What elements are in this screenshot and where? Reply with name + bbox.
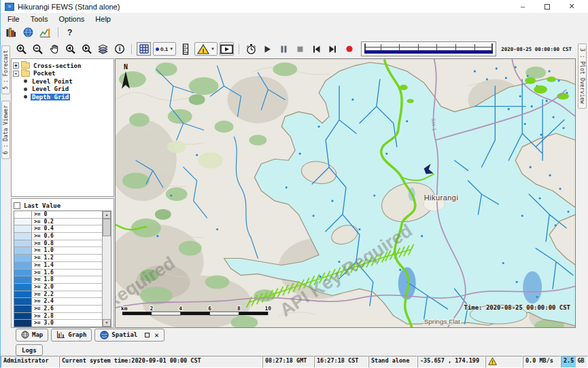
legend-swatch: [14, 262, 32, 270]
skip-back-icon: [312, 45, 322, 54]
legend-label: >= 1.6: [32, 270, 102, 277]
legend-label: >= 2.4: [32, 298, 102, 306]
vertical-profile-button[interactable]: [178, 42, 192, 56]
scroll-down-icon[interactable]: ▼: [103, 319, 111, 327]
warnings-dropdown[interactable]: !▼: [194, 42, 218, 56]
map-time-label: Time: 2020-08-25 00:00:00 CST: [464, 304, 570, 311]
minimize-button[interactable]: –: [511, 2, 535, 11]
menu-tools[interactable]: Tools: [25, 14, 54, 24]
play-button[interactable]: [260, 42, 275, 56]
pause-button[interactable]: [277, 42, 291, 56]
map-view[interactable]: API Key Required API Key Required Hikura…: [115, 58, 576, 328]
status-user: Administrator: [1, 356, 59, 368]
movie-icon: [220, 44, 233, 54]
tab-spatial[interactable]: Spatial ✕: [94, 329, 165, 342]
toolbar-separator: [131, 44, 132, 54]
folder-icon: [21, 71, 30, 77]
timeline-tick: [436, 44, 437, 50]
menu-bar: FileToolsOptionsHelp: [1, 13, 588, 25]
tab-maximize-icon[interactable]: [145, 333, 150, 337]
legend-swatch: [14, 219, 32, 226]
layer-tree: +Cross-section-PocketLevel PointLevel Gr…: [11, 58, 114, 197]
panel-tab-plot-overview[interactable]: 3 : Plot Overview: [578, 43, 587, 109]
bottom-tab-bar: Map Graph Spatial ✕: [1, 328, 588, 342]
scroll-up-icon[interactable]: ▲: [103, 211, 111, 219]
menu-options[interactable]: Options: [53, 14, 90, 24]
menu-help[interactable]: Help: [90, 14, 116, 24]
tab-map[interactable]: Map: [16, 329, 48, 342]
zoom-out-button[interactable]: [31, 42, 45, 56]
threshold-dropdown[interactable]: 0.1▼: [153, 42, 176, 56]
timeline-tick: [474, 44, 475, 50]
timer-button[interactable]: [244, 42, 258, 56]
zoom-in-button[interactable]: [14, 42, 29, 56]
toolbar-separator: [239, 44, 239, 54]
previous-frame-button[interactable]: [309, 42, 324, 56]
map-globe-icon: [21, 331, 29, 339]
status-warning: !: [485, 356, 523, 368]
legend-row: >= 2.6: [14, 306, 102, 313]
legend-label: >= 2.8: [32, 313, 102, 320]
legend-swatch: [14, 255, 32, 262]
record-button[interactable]: [342, 42, 356, 56]
zoom-in-icon: [16, 43, 27, 55]
svg-text:4: 4: [179, 306, 182, 312]
tree-item-level-grid[interactable]: Level Grid: [13, 86, 112, 94]
scroll-thumb[interactable]: [103, 219, 111, 236]
zoom-out-icon: [32, 43, 44, 55]
timeline-datetime: 2020-08-25 00:00:00 CST: [501, 46, 573, 52]
layers-button[interactable]: [96, 42, 110, 56]
panel-tab-forecast[interactable]: 5 : Forecast: [1, 45, 10, 94]
collapse-icon[interactable]: -: [13, 71, 19, 77]
legend-swatch: [14, 240, 32, 248]
app-window: ≈ Hikurangi FEWS (Stand alone) – ✕ FileT…: [0, 0, 588, 368]
pan-button[interactable]: [47, 42, 61, 56]
svg-text:6: 6: [208, 306, 211, 312]
spatial-globe-icon: [100, 331, 109, 339]
legend-swatch: [14, 225, 32, 233]
tree-item-depth-grid[interactable]: Depth Grid: [13, 93, 112, 101]
next-frame-button[interactable]: [326, 42, 340, 56]
tab-map-label: Map: [32, 331, 43, 338]
legend-swatch: [14, 270, 32, 277]
tab-close-icon[interactable]: ✕: [154, 331, 159, 339]
menu-file[interactable]: File: [2, 14, 25, 24]
spatial-display-button[interactable]: [21, 26, 35, 39]
timeline-range-bar[interactable]: [364, 50, 493, 54]
explorer-button[interactable]: [4, 26, 18, 39]
zoom-previous-button[interactable]: [63, 42, 77, 56]
legend-swatch: [14, 313, 32, 320]
tab-graph[interactable]: Graph: [51, 329, 92, 342]
time-series-icon: [39, 27, 51, 38]
info-button[interactable]: i: [112, 42, 126, 56]
stop-icon: [296, 45, 305, 54]
skip-forward-icon: [328, 45, 338, 54]
grid-display-button[interactable]: [137, 42, 151, 56]
legend-row: >= 0.4: [14, 225, 102, 233]
movie-export-button[interactable]: [220, 42, 234, 56]
legend-scrollbar[interactable]: ▲ ▼: [102, 211, 111, 327]
legend-row: >= 0.8: [14, 240, 102, 248]
last-value-checkbox[interactable]: [14, 202, 20, 209]
chevron-down-icon: ▼: [211, 47, 215, 51]
maximize-button[interactable]: [535, 2, 559, 11]
panel-tab-data-viewer[interactable]: 6 : Data Viewer: [1, 100, 10, 159]
help-button[interactable]: ?: [65, 28, 75, 37]
time-series-button[interactable]: [38, 26, 52, 39]
logs-button[interactable]: Logs: [16, 344, 43, 356]
close-button[interactable]: ✕: [559, 2, 584, 11]
stop-button[interactable]: [293, 42, 307, 56]
tree-item-level-point[interactable]: Level Point: [13, 77, 112, 86]
status-system-time: Current system time:2020-09-01 00:00 CST: [59, 356, 262, 368]
timeline-slider[interactable]: [361, 41, 496, 56]
status-network-speed: 0.0 MB/s: [523, 356, 561, 368]
window-title: Hikurangi FEWS (Stand alone): [18, 3, 120, 11]
legend-label: >= 0: [32, 211, 102, 219]
legend-swatch: [14, 211, 32, 219]
tree-item-pocket[interactable]: -Pocket: [13, 70, 112, 78]
zoom-next-button[interactable]: [80, 42, 94, 56]
tree-item-cross-section[interactable]: +Cross-section: [13, 62, 112, 70]
legend-label: >= 3.0: [32, 320, 102, 326]
expand-icon[interactable]: +: [13, 62, 19, 69]
legend-label: >= 2.0: [32, 284, 102, 291]
